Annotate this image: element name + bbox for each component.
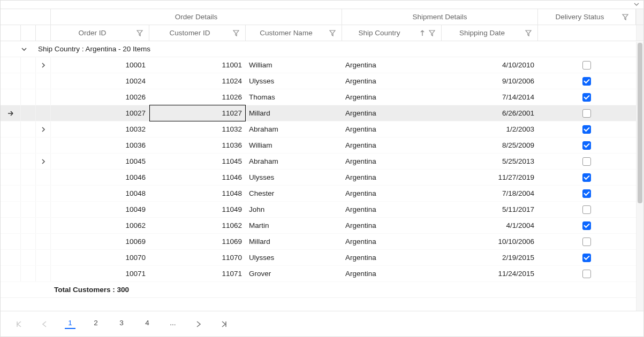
cell-customer-id[interactable]: 11045 <box>149 154 246 169</box>
table-row[interactable]: 1003611036WilliamArgentina8/25/2009 <box>1 137 643 154</box>
cell-delivery-status[interactable] <box>538 105 636 121</box>
cell-ship-country[interactable]: Argentina <box>342 89 442 105</box>
cell-delivery-status[interactable] <box>538 202 636 217</box>
cell-customer-id[interactable]: 11036 <box>149 137 246 153</box>
cell-ship-country[interactable]: Argentina <box>342 73 442 89</box>
pager-page-1[interactable]: 1 <box>65 319 75 329</box>
cell-ship-country[interactable]: Argentina <box>342 218 442 233</box>
header-group-order-details[interactable]: Order Details <box>51 9 342 25</box>
column-header-customer-id[interactable]: Customer ID <box>149 25 246 41</box>
chevron-right-icon[interactable] <box>41 159 46 164</box>
pager-page-3[interactable]: 3 <box>116 319 127 329</box>
table-row[interactable]: 1002411024UlyssesArgentina9/10/2006 <box>1 73 643 89</box>
pager-page-4[interactable]: 4 <box>142 319 153 329</box>
header-group-shipment-details[interactable]: Shipment Details <box>342 9 538 25</box>
delivery-checkbox[interactable] <box>582 254 591 262</box>
cell-customer-id[interactable]: 11001 <box>149 57 246 73</box>
cell-order-id[interactable]: 10026 <box>51 89 149 105</box>
cell-customer-name[interactable]: Abraham <box>246 154 342 169</box>
cell-ship-country[interactable]: Argentina <box>342 250 442 265</box>
cell-customer-id[interactable]: 11046 <box>149 170 246 185</box>
cell-customer-name[interactable]: Ulysses <box>246 73 342 89</box>
pager-page-2[interactable]: 2 <box>90 319 101 329</box>
cell-shipping-date[interactable]: 10/10/2006 <box>442 234 538 249</box>
cell-shipping-date[interactable]: 8/25/2009 <box>442 137 538 153</box>
cell-customer-name[interactable]: Grover <box>246 266 342 281</box>
column-header-ship-country[interactable]: Ship Country <box>342 25 442 41</box>
cell-order-id[interactable]: 10024 <box>51 73 149 89</box>
column-header-customer-name[interactable]: Customer Name <box>246 25 342 41</box>
cell-customer-name[interactable]: Millard <box>246 234 342 249</box>
cell-customer-name[interactable]: William <box>246 57 342 73</box>
cell-order-id[interactable]: 10070 <box>51 250 149 265</box>
cell-customer-id[interactable]: 11069 <box>149 234 246 249</box>
table-row[interactable]: 1004511045AbrahamArgentina5/25/2013 <box>1 154 643 170</box>
chevron-right-icon[interactable] <box>41 127 46 132</box>
detail-expander[interactable] <box>36 57 51 73</box>
cell-customer-id[interactable]: 11062 <box>149 218 246 233</box>
cell-customer-name[interactable]: John <box>246 202 342 217</box>
cell-customer-name[interactable]: Chester <box>246 186 342 201</box>
cell-order-id[interactable]: 10071 <box>51 266 149 281</box>
cell-ship-country[interactable]: Argentina <box>342 186 442 201</box>
cell-order-id[interactable]: 10062 <box>51 218 149 233</box>
delivery-checkbox[interactable] <box>582 77 591 86</box>
options-caret-icon[interactable] <box>634 2 639 7</box>
delivery-checkbox[interactable] <box>582 173 591 182</box>
delivery-checkbox[interactable] <box>582 238 591 246</box>
cell-ship-country[interactable]: Argentina <box>342 154 442 169</box>
cell-shipping-date[interactable]: 11/27/2019 <box>442 170 538 185</box>
cell-customer-name[interactable]: Abraham <box>246 121 342 137</box>
filter-icon[interactable] <box>329 29 336 37</box>
cell-customer-name[interactable]: Ulysses <box>246 170 342 185</box>
group-row[interactable]: Ship Country : Argentina - 20 Items <box>1 41 643 57</box>
cell-ship-country[interactable]: Argentina <box>342 57 442 73</box>
pager-prev-button[interactable] <box>39 318 50 331</box>
table-row[interactable]: 1003211032AbrahamArgentina1/2/2003 <box>1 121 643 137</box>
cell-order-id[interactable]: 10032 <box>51 121 149 137</box>
cell-delivery-status[interactable] <box>538 250 636 265</box>
cell-shipping-date[interactable]: 4/1/2004 <box>442 218 538 233</box>
table-row[interactable]: 1006211062MartinArgentina4/1/2004 <box>1 218 643 234</box>
sort-asc-icon[interactable] <box>419 29 426 37</box>
delivery-checkbox[interactable] <box>582 221 591 230</box>
cell-order-id[interactable]: 10036 <box>51 137 149 153</box>
delivery-checkbox[interactable] <box>582 125 591 134</box>
cell-customer-id[interactable]: 11070 <box>149 250 246 265</box>
cell-order-id[interactable]: 10001 <box>51 57 149 73</box>
table-row[interactable]: 1002711027MillardArgentina6/26/2001 <box>1 105 643 121</box>
table-row[interactable]: 1004611046UlyssesArgentina11/27/2019 <box>1 170 643 186</box>
cell-delivery-status[interactable] <box>538 170 636 185</box>
cell-customer-name[interactable]: Millard <box>246 105 342 121</box>
table-row[interactable]: 1004911049JohnArgentina5/11/2017 <box>1 202 643 218</box>
cell-order-id[interactable]: 10045 <box>51 154 149 169</box>
cell-customer-id[interactable]: 11027 <box>149 105 246 121</box>
table-row[interactable]: 1004811048ChesterArgentina7/18/2004 <box>1 186 643 202</box>
cell-shipping-date[interactable]: 7/18/2004 <box>442 186 538 201</box>
cell-delivery-status[interactable] <box>538 57 636 73</box>
cell-customer-id[interactable]: 11049 <box>149 202 246 217</box>
filter-icon[interactable] <box>136 29 143 37</box>
chevron-right-icon[interactable] <box>41 63 46 68</box>
table-row[interactable]: 1002611026ThomasArgentina7/14/2014 <box>1 89 643 105</box>
table-row[interactable]: 1000111001WilliamArgentina4/10/2010 <box>1 57 643 73</box>
cell-delivery-status[interactable] <box>538 186 636 201</box>
cell-shipping-date[interactable]: 4/10/2010 <box>442 57 538 73</box>
cell-delivery-status[interactable] <box>538 121 636 137</box>
delivery-checkbox[interactable] <box>582 141 591 150</box>
pager-first-button[interactable] <box>13 318 24 331</box>
table-row[interactable]: 1007011070UlyssesArgentina2/19/2015 <box>1 250 643 266</box>
group-collapse-icon[interactable] <box>21 46 36 52</box>
cell-order-id[interactable]: 10049 <box>51 202 149 217</box>
cell-delivery-status[interactable] <box>538 234 636 249</box>
detail-expander[interactable] <box>36 154 51 169</box>
filter-icon[interactable] <box>428 29 436 37</box>
delivery-checkbox[interactable] <box>582 93 591 102</box>
cell-shipping-date[interactable]: 5/11/2017 <box>442 202 538 217</box>
cell-ship-country[interactable]: Argentina <box>342 121 442 137</box>
pager-next-button[interactable] <box>193 318 204 331</box>
cell-ship-country[interactable]: Argentina <box>342 137 442 153</box>
cell-customer-id[interactable]: 11024 <box>149 73 246 89</box>
cell-shipping-date[interactable]: 6/26/2001 <box>442 105 538 121</box>
cell-customer-id[interactable]: 11032 <box>149 121 246 137</box>
